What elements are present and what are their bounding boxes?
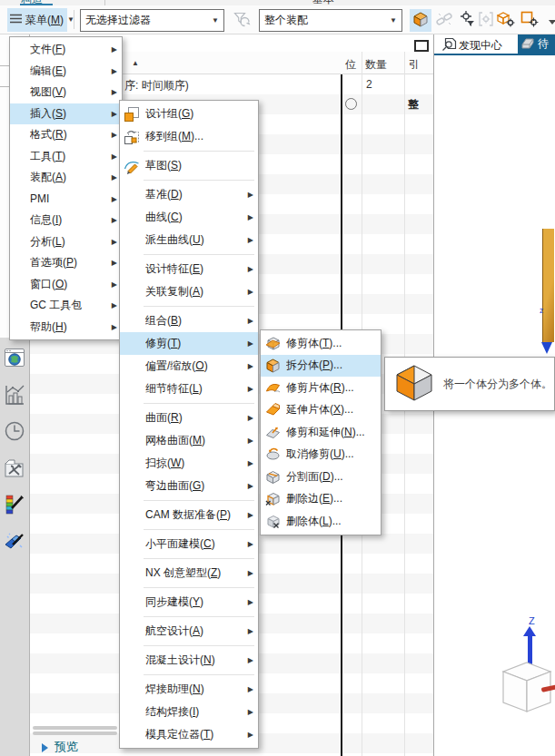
menu-item[interactable]: 首选项(P)▶	[10, 252, 122, 274]
menu-item[interactable]: 帮助(H)▶	[10, 317, 122, 339]
combobox-caret-icon[interactable]: ▼	[390, 17, 397, 25]
tab-todo[interactable]: 待	[518, 34, 555, 54]
menu-item[interactable]: 网格曲面(M)▶	[120, 429, 258, 452]
menu-item[interactable]: 模具定位器(T)▶	[120, 723, 258, 746]
combobox-caret-icon[interactable]: ▼	[212, 17, 219, 25]
menu-item[interactable]: 结构焊接(I)▶	[120, 701, 258, 723]
menu-item-label: 关联复制(A)	[145, 284, 245, 299]
chain-link-button[interactable]	[433, 9, 455, 32]
funnel-undo-icon[interactable]	[233, 11, 251, 31]
preview-section-label[interactable]: 预览	[55, 739, 78, 755]
menu-item[interactable]: 取消修剪(U)...	[261, 444, 381, 466]
menu-item-label: 帮助(H)	[30, 319, 109, 335]
menu-item-label: 网格曲面(M)	[145, 433, 245, 448]
selection-filter-combobox[interactable]: 无选择过滤器 ▼	[80, 9, 224, 32]
extend-sheet-icon	[264, 402, 281, 418]
menu-item[interactable]: 曲面(R)▶	[120, 407, 258, 429]
blank-icon	[124, 565, 140, 582]
menu-item[interactable]: 扫掠(W)▶	[120, 452, 258, 475]
menu-item[interactable]: 草图(S)	[120, 154, 258, 177]
menu-item[interactable]: 修剪和延伸(N)...	[261, 421, 381, 444]
menu-item[interactable]: 航空设计(A)▶	[120, 620, 258, 643]
square-crosshair-button[interactable]	[519, 9, 540, 32]
material-wand-icon[interactable]	[4, 531, 25, 553]
performance-chart-icon[interactable]	[4, 384, 25, 406]
menu-item[interactable]: 编辑(E)▶	[10, 61, 122, 83]
menu-item[interactable]: 组合(B)▶	[120, 309, 258, 332]
menu-item[interactable]: 插入(S)▶	[10, 103, 122, 125]
menu-item[interactable]: 移到组(M)...	[120, 125, 258, 148]
toolbar-icon-group	[410, 9, 555, 32]
menu-item[interactable]: 工具(T)▶	[10, 146, 122, 168]
menu-item[interactable]: 拆分体(P)...	[261, 355, 381, 378]
menu-item[interactable]: 装配(A)▶	[10, 167, 122, 189]
web-browser-icon[interactable]	[4, 347, 25, 368]
menu-item[interactable]: 分割面(D)...	[261, 466, 381, 488]
split-cube-button[interactable]	[410, 9, 431, 32]
insert-submenu: 设计组(G)移到组(M)...草图(S)基准(D)▶曲线(C)▶派生曲线(U)▶…	[119, 100, 259, 749]
circle-icon[interactable]	[345, 98, 357, 110]
menu-item[interactable]: 窗口(O)▶	[10, 274, 122, 296]
menu-item[interactable]: PMI▶	[10, 189, 122, 211]
blank-icon	[124, 623, 140, 640]
column-header-quantity[interactable]: 数量	[365, 57, 387, 73]
menu-item[interactable]: 曲线(C)▶	[120, 206, 258, 229]
column-header-position[interactable]: 位	[345, 57, 356, 73]
menu-item[interactable]: 视图(V)▶	[10, 82, 122, 103]
menu-item[interactable]: 修剪片体(R)...	[261, 377, 381, 399]
menu-separator	[144, 500, 254, 501]
submenu-arrow-icon: ▶	[245, 598, 253, 606]
tab-discovery-center[interactable]: 发现中心	[459, 38, 502, 54]
menu-item[interactable]: NX 创意塑型(Z)▶	[120, 562, 258, 584]
color-wand-icon[interactable]	[4, 494, 25, 515]
customize-toolbox-icon[interactable]	[4, 457, 25, 479]
menu-item[interactable]: 删除边(E)...	[261, 488, 381, 511]
maximize-box-icon[interactable]	[414, 40, 429, 52]
menu-item[interactable]: 延伸片体(X)...	[261, 399, 381, 422]
menu-item[interactable]: 同步建模(Y)▶	[120, 591, 258, 614]
sort-asc-icon[interactable]: ▲	[132, 59, 139, 67]
submenu-arrow-icon: ▶	[245, 656, 253, 664]
menu-item[interactable]: 修剪(T)▶	[120, 332, 258, 355]
menu-item[interactable]: 焊接助理(N)▶	[120, 678, 258, 701]
tooltip-text: 将一个体分为多个体。	[443, 377, 552, 392]
chain-link-icon	[436, 11, 452, 30]
selection-scope-combobox[interactable]: 整个装配 ▼	[259, 9, 402, 32]
menu-item[interactable]: 格式(R)▶	[10, 124, 122, 146]
menu-separator	[144, 529, 254, 530]
menu-item[interactable]: 文件(F)▶	[10, 39, 122, 61]
blank-icon	[124, 478, 140, 495]
menu-item[interactable]: 小平面建模(C)▶	[120, 533, 258, 555]
menu-item[interactable]: 分析(L)▶	[10, 231, 122, 253]
menu-item[interactable]: CAM 数据准备(P)▶	[120, 504, 258, 526]
splitter-handle[interactable]	[33, 726, 117, 730]
submenu-arrow-icon: ▶	[245, 540, 253, 548]
bracket-crosshair-button[interactable]	[475, 9, 497, 32]
cube-crosshair-button[interactable]	[495, 9, 517, 32]
menu-item[interactable]: 细节特征(L)▶	[120, 378, 258, 400]
submenu-arrow-icon: ▶	[109, 67, 117, 75]
column-header-reference[interactable]: 引	[409, 57, 420, 73]
splitter-handle[interactable]	[33, 731, 117, 735]
menu-item[interactable]: GC 工具包▶	[10, 295, 122, 317]
menu-item[interactable]: 设计组(G)	[120, 103, 258, 125]
active-tab-underline	[434, 54, 555, 55]
menu-item[interactable]: 删除体(L)...	[261, 510, 381, 533]
dropdown-caret-button[interactable]	[541, 9, 555, 32]
panel-edge-line	[0, 65, 9, 66]
preview-expander-icon[interactable]	[42, 743, 48, 752]
history-clock-icon[interactable]	[4, 420, 25, 442]
menu-item[interactable]: 偏置/缩放(O)▶	[120, 355, 258, 378]
menu-item[interactable]: 基准(D)▶	[120, 183, 258, 206]
menu-item[interactable]: 派生曲线(U)▶	[120, 229, 258, 251]
menu-item[interactable]: 关联复制(A)▶	[120, 280, 258, 303]
menu-item[interactable]: 混凝土设计(N)▶	[120, 649, 258, 672]
blank-icon	[124, 433, 140, 449]
menu-item[interactable]: 信息(I)▶	[10, 210, 122, 231]
blank-icon	[124, 456, 140, 472]
menu-item[interactable]: 弯边曲面(G)▶	[120, 475, 258, 497]
menu-item-label: 结构焊接(I)	[145, 704, 245, 720]
menu-button[interactable]: 菜单(M) ▼	[7, 8, 67, 32]
menu-item[interactable]: 修剪体(T)...	[261, 332, 381, 355]
menu-item[interactable]: 设计特征(E)▶	[120, 258, 258, 280]
